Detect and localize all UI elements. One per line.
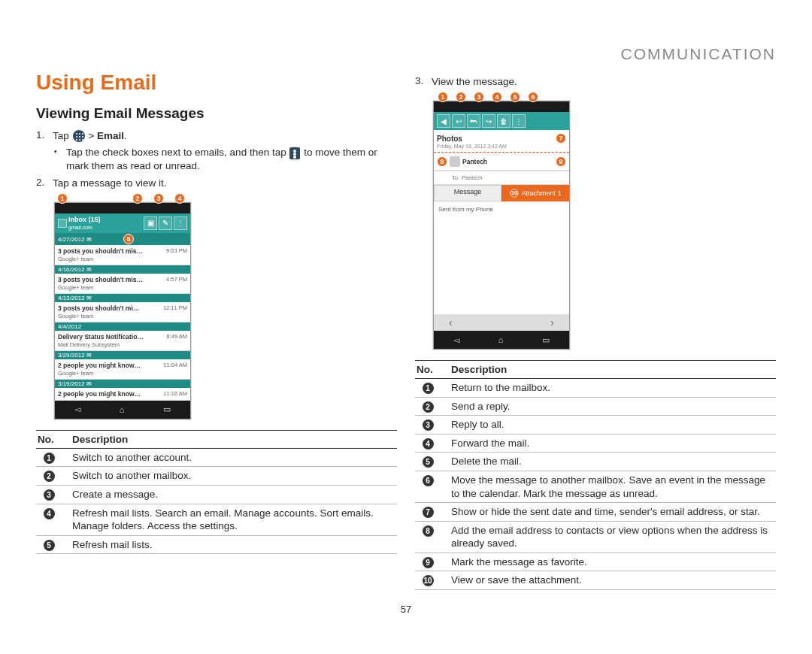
step-number: 1. [36,129,47,141]
home-icon: ⌂ [498,335,504,344]
legend-num: 1 [423,383,434,394]
legend-header-desc: Description [451,364,507,375]
step-number: 2. [36,177,47,188]
callout-markers: 1 2 3 4 [57,193,397,204]
callout-6: 6 [528,92,538,102]
legend-desc: Reply to all. [451,418,774,431]
legend-header-desc: Description [72,434,128,445]
legend-desc: Create a message. [72,488,395,501]
overflow-icon: ⋮ [512,114,526,128]
callout-10: 10 [511,189,519,198]
legend-desc: Delete the mail. [451,455,774,468]
callout-2: 2 [456,92,466,102]
step-number: 3. [415,75,426,86]
legend-num: 6 [423,475,434,486]
apps-icon [73,130,85,142]
step-1-bullet: • Tap the check boxes next to emails, an… [54,146,397,173]
callout-2: 2 [132,193,143,204]
home-icon: ⌂ [120,405,125,414]
prev-icon: ‹ [449,316,453,329]
legend-desc: Refresh mail lists. [72,538,395,552]
next-icon: › [550,316,554,329]
legend-desc: Return to the mailbox. [451,381,774,395]
legend-num: 3 [44,489,55,501]
callout-4: 4 [492,92,502,102]
legend-num: 4 [423,438,434,450]
callout-1: 1 [438,92,448,102]
back-icon: ◅ [74,404,80,414]
forward-icon: ↪ [482,114,495,128]
legend-header-no: No. [417,364,439,375]
step-text: Tap a message to view it. [53,177,167,190]
legend-message: No.Description 1Return to the mailbox. 2… [415,360,776,590]
message-screenshot: ◀ ↩ ⮪ ↪ 🗑 ⋮ Photos 7 Friday, May 18, 201… [433,101,570,350]
legend-num: 3 [423,419,434,431]
callout-5: 5 [123,234,134,244]
legend-num: 2 [423,401,434,413]
callout-8: 8 [437,156,447,167]
back-icon: ◀ [437,114,450,128]
legend-desc: Forward the mail. [451,437,774,450]
email-label: Email [97,130,124,141]
reply-all-icon: ⮪ [467,114,480,128]
folder-icon: ▣ [144,216,157,230]
step-text: View the message. [432,75,517,89]
legend-desc: View or save the attachment. [451,574,774,587]
bullet-text-a: Tap the check boxes next to emails, and … [66,147,286,158]
callout-5: 5 [510,92,520,102]
page-title: Using Email [36,71,397,95]
legend-desc: Show or hide the sent date and time, sen… [451,505,774,519]
message-body: Sent from my Phone [434,201,569,314]
avatar [450,156,460,167]
callout-markers-2: 1 2 3 4 5 6 [438,92,776,102]
step-2: 2. Tap a message to view it. [36,177,397,190]
step-text: Tap [53,130,69,141]
legend-num: 8 [423,525,434,537]
legend-num: 5 [44,540,55,551]
legend-desc: Mark the message as favorite. [451,556,774,569]
compose-icon: ✎ [159,216,172,230]
legend-desc: Refresh mail lists. Search an email. Man… [72,507,395,533]
callout-7: 7 [556,133,566,144]
legend-num: 4 [44,508,55,519]
legend-num: 1 [44,453,55,464]
subsection-title: Viewing Email Messages [36,105,397,122]
tab-attachment: 10Attachment 1 [501,185,569,201]
callout-9: 9 [556,156,566,167]
legend-header-no: No. [38,434,60,445]
callout-3: 3 [474,92,484,102]
legend-inbox: No.Description 1Switch to another accoun… [36,430,397,554]
legend-num: 9 [423,557,434,568]
legend-num: 10 [423,575,434,586]
inbox-screenshot: Inbox (15)gmail.com ▣ ✎ ⋮ 4/27/2012 ✉ 5 … [54,202,191,419]
callout-4: 4 [174,193,185,204]
legend-num: 5 [423,456,434,468]
legend-desc: Send a reply. [451,400,774,413]
recent-icon: ▭ [163,404,171,414]
legend-num: 2 [44,471,55,482]
tab-message: Message [434,185,501,201]
legend-desc: Switch to another mailbox. [72,469,395,483]
bullet-icon: • [54,146,59,173]
legend-desc: Switch to another account. [72,451,395,465]
legend-desc: Add the email address to contacts or vie… [451,524,774,550]
legend-desc: Move the message to another mailbox. Sav… [451,474,774,500]
reply-icon: ↩ [452,114,465,128]
overflow-icon: ⋮ [174,216,187,230]
callout-1: 1 [57,193,68,204]
recent-icon: ▭ [542,335,550,345]
step-3: 3. View the message. [415,75,776,89]
menu-icon [289,147,300,159]
delete-icon: 🗑 [497,114,511,128]
left-column: Using Email Viewing Email Messages 1. Ta… [36,71,397,590]
legend-num: 7 [423,507,434,518]
section-header: COMMUNICATION [36,45,776,63]
step-1: 1. Tap > Email. [36,129,397,143]
back-icon: ◅ [453,335,459,345]
right-column: 3. View the message. 1 2 3 4 5 6 ◀ ↩ ⮪ ↪… [415,71,776,590]
page-number: 57 [36,604,776,615]
callout-3: 3 [153,193,164,204]
